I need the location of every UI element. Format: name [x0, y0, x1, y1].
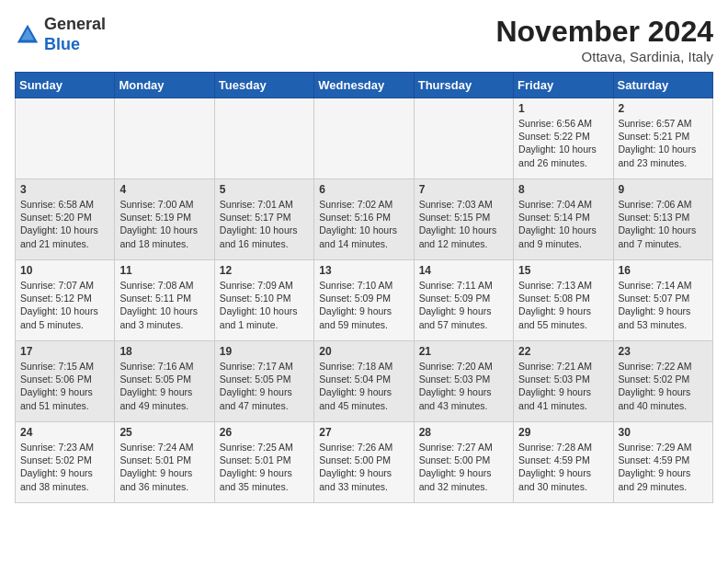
day-number: 23 — [619, 345, 708, 358]
calendar-cell: 21Sunrise: 7:20 AM Sunset: 5:03 PM Dayli… — [414, 341, 513, 422]
cell-content: Sunrise: 7:16 AM Sunset: 5:05 PM Dayligh… — [119, 360, 209, 412]
day-number: 25 — [119, 426, 209, 439]
cell-content: Sunrise: 7:17 AM Sunset: 5:05 PM Dayligh… — [220, 360, 309, 412]
week-row: 3Sunrise: 6:58 AM Sunset: 5:20 PM Daylig… — [16, 179, 713, 260]
day-number: 19 — [220, 345, 309, 358]
cell-content: Sunrise: 7:01 AM Sunset: 5:17 PM Dayligh… — [220, 198, 309, 250]
day-number: 21 — [419, 345, 508, 358]
calendar-cell — [16, 98, 115, 179]
cell-content: Sunrise: 7:13 AM Sunset: 5:08 PM Dayligh… — [518, 279, 608, 331]
calendar-cell: 19Sunrise: 7:17 AM Sunset: 5:05 PM Dayli… — [214, 341, 313, 422]
calendar-cell: 30Sunrise: 7:29 AM Sunset: 4:59 PM Dayli… — [613, 422, 712, 503]
cell-content: Sunrise: 7:25 AM Sunset: 5:01 PM Dayligh… — [220, 441, 309, 493]
cell-content: Sunrise: 7:07 AM Sunset: 5:12 PM Dayligh… — [20, 279, 109, 331]
day-number: 28 — [419, 426, 508, 439]
day-header-tuesday: Tuesday — [214, 73, 313, 98]
cell-content: Sunrise: 7:27 AM Sunset: 5:00 PM Dayligh… — [419, 441, 508, 493]
day-number: 22 — [518, 345, 608, 358]
day-number: 5 — [220, 183, 309, 196]
calendar-cell: 17Sunrise: 7:15 AM Sunset: 5:06 PM Dayli… — [16, 341, 115, 422]
cell-content: Sunrise: 7:03 AM Sunset: 5:15 PM Dayligh… — [419, 198, 508, 250]
day-header-thursday: Thursday — [414, 73, 513, 98]
day-number: 1 — [518, 102, 608, 115]
location: Ottava, Sardinia, Italy — [495, 49, 713, 64]
month-title: November 2024 — [495, 15, 713, 49]
calendar-cell: 5Sunrise: 7:01 AM Sunset: 5:17 PM Daylig… — [214, 179, 313, 260]
calendar-cell — [314, 98, 414, 179]
cell-content: Sunrise: 6:57 AM Sunset: 5:21 PM Dayligh… — [619, 117, 708, 169]
day-number: 26 — [220, 426, 309, 439]
week-row: 17Sunrise: 7:15 AM Sunset: 5:06 PM Dayli… — [16, 341, 713, 422]
day-header-friday: Friday — [514, 73, 613, 98]
calendar-body: 1Sunrise: 6:56 AM Sunset: 5:22 PM Daylig… — [16, 98, 713, 503]
calendar-cell: 20Sunrise: 7:18 AM Sunset: 5:04 PM Dayli… — [314, 341, 414, 422]
cell-content: Sunrise: 7:26 AM Sunset: 5:00 PM Dayligh… — [319, 441, 408, 493]
day-number: 6 — [319, 183, 408, 196]
day-number: 14 — [419, 264, 508, 277]
calendar-cell: 3Sunrise: 6:58 AM Sunset: 5:20 PM Daylig… — [16, 179, 115, 260]
day-number: 2 — [619, 102, 708, 115]
calendar-cell: 18Sunrise: 7:16 AM Sunset: 5:05 PM Dayli… — [115, 341, 214, 422]
day-number: 24 — [20, 426, 109, 439]
week-row: 10Sunrise: 7:07 AM Sunset: 5:12 PM Dayli… — [16, 260, 713, 341]
calendar-cell: 28Sunrise: 7:27 AM Sunset: 5:00 PM Dayli… — [414, 422, 513, 503]
calendar-cell: 2Sunrise: 6:57 AM Sunset: 5:21 PM Daylig… — [613, 98, 712, 179]
logo-icon — [15, 22, 40, 48]
cell-content: Sunrise: 7:10 AM Sunset: 5:09 PM Dayligh… — [319, 279, 408, 331]
calendar-cell: 10Sunrise: 7:07 AM Sunset: 5:12 PM Dayli… — [16, 260, 115, 341]
calendar-cell: 27Sunrise: 7:26 AM Sunset: 5:00 PM Dayli… — [314, 422, 414, 503]
logo-general: General — [44, 15, 106, 33]
logo-blue: Blue — [44, 35, 80, 53]
cell-content: Sunrise: 7:09 AM Sunset: 5:10 PM Dayligh… — [220, 279, 309, 331]
cell-content: Sunrise: 7:00 AM Sunset: 5:19 PM Dayligh… — [119, 198, 209, 250]
day-number: 9 — [619, 183, 708, 196]
calendar-cell — [115, 98, 214, 179]
calendar-cell: 4Sunrise: 7:00 AM Sunset: 5:19 PM Daylig… — [115, 179, 214, 260]
cell-content: Sunrise: 6:56 AM Sunset: 5:22 PM Dayligh… — [518, 117, 608, 169]
calendar-header: SundayMondayTuesdayWednesdayThursdayFrid… — [16, 73, 713, 98]
calendar-cell — [214, 98, 313, 179]
cell-content: Sunrise: 7:08 AM Sunset: 5:11 PM Dayligh… — [119, 279, 209, 331]
calendar-cell: 6Sunrise: 7:02 AM Sunset: 5:16 PM Daylig… — [314, 179, 414, 260]
calendar-cell: 1Sunrise: 6:56 AM Sunset: 5:22 PM Daylig… — [514, 98, 613, 179]
cell-content: Sunrise: 7:18 AM Sunset: 5:04 PM Dayligh… — [319, 360, 408, 412]
day-header-monday: Monday — [115, 73, 214, 98]
header: General Blue November 2024 Ottava, Sardi… — [15, 15, 713, 64]
cell-content: Sunrise: 7:02 AM Sunset: 5:16 PM Dayligh… — [319, 198, 408, 250]
logo-text: General Blue — [44, 15, 106, 54]
cell-content: Sunrise: 7:23 AM Sunset: 5:02 PM Dayligh… — [20, 441, 109, 493]
calendar-cell: 26Sunrise: 7:25 AM Sunset: 5:01 PM Dayli… — [214, 422, 313, 503]
cell-content: Sunrise: 7:28 AM Sunset: 4:59 PM Dayligh… — [518, 441, 608, 493]
cell-content: Sunrise: 7:29 AM Sunset: 4:59 PM Dayligh… — [619, 441, 708, 493]
day-number: 10 — [20, 264, 109, 277]
day-number: 8 — [518, 183, 608, 196]
cell-content: Sunrise: 7:15 AM Sunset: 5:06 PM Dayligh… — [20, 360, 109, 412]
calendar-cell — [414, 98, 513, 179]
day-number: 4 — [119, 183, 209, 196]
cell-content: Sunrise: 7:04 AM Sunset: 5:14 PM Dayligh… — [518, 198, 608, 250]
day-header-wednesday: Wednesday — [314, 73, 414, 98]
calendar-cell: 14Sunrise: 7:11 AM Sunset: 5:09 PM Dayli… — [414, 260, 513, 341]
calendar-cell: 29Sunrise: 7:28 AM Sunset: 4:59 PM Dayli… — [514, 422, 613, 503]
calendar-cell: 24Sunrise: 7:23 AM Sunset: 5:02 PM Dayli… — [16, 422, 115, 503]
day-number: 7 — [419, 183, 508, 196]
cell-content: Sunrise: 7:22 AM Sunset: 5:02 PM Dayligh… — [619, 360, 708, 412]
day-number: 27 — [319, 426, 408, 439]
day-number: 17 — [20, 345, 109, 358]
cell-content: Sunrise: 7:24 AM Sunset: 5:01 PM Dayligh… — [119, 441, 209, 493]
logo: General Blue — [15, 15, 106, 54]
day-header-sunday: Sunday — [16, 73, 115, 98]
calendar-cell: 13Sunrise: 7:10 AM Sunset: 5:09 PM Dayli… — [314, 260, 414, 341]
calendar-cell: 16Sunrise: 7:14 AM Sunset: 5:07 PM Dayli… — [613, 260, 712, 341]
day-number: 20 — [319, 345, 408, 358]
cell-content: Sunrise: 7:21 AM Sunset: 5:03 PM Dayligh… — [518, 360, 608, 412]
calendar-cell: 11Sunrise: 7:08 AM Sunset: 5:11 PM Dayli… — [115, 260, 214, 341]
calendar-cell: 7Sunrise: 7:03 AM Sunset: 5:15 PM Daylig… — [414, 179, 513, 260]
calendar-cell: 9Sunrise: 7:06 AM Sunset: 5:13 PM Daylig… — [613, 179, 712, 260]
day-number: 18 — [119, 345, 209, 358]
calendar-cell: 25Sunrise: 7:24 AM Sunset: 5:01 PM Dayli… — [115, 422, 214, 503]
calendar-cell: 22Sunrise: 7:21 AM Sunset: 5:03 PM Dayli… — [514, 341, 613, 422]
day-header-saturday: Saturday — [613, 73, 712, 98]
cell-content: Sunrise: 7:06 AM Sunset: 5:13 PM Dayligh… — [619, 198, 708, 250]
day-number: 16 — [619, 264, 708, 277]
